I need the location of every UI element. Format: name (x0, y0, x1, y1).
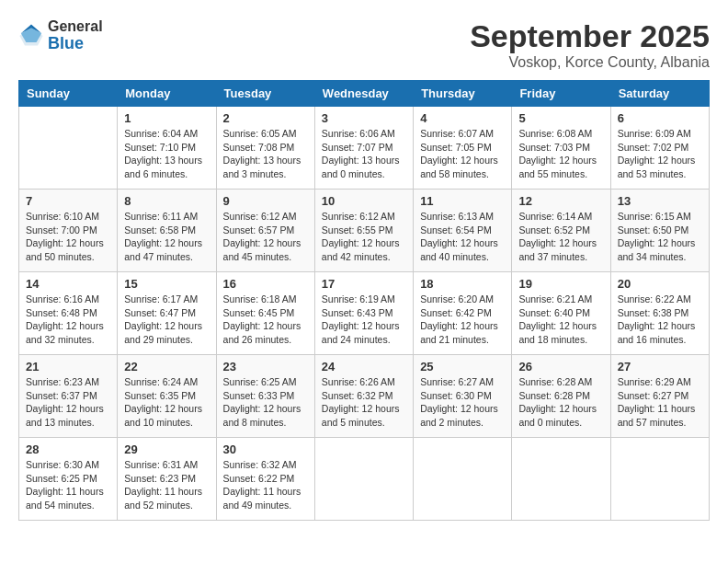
day-number: 30 (223, 442, 308, 456)
day-number: 28 (26, 442, 110, 456)
calendar-cell (512, 438, 610, 521)
logo-blue-text: Blue (48, 35, 103, 53)
day-number: 7 (26, 194, 110, 208)
logo: General Blue (18, 18, 103, 52)
calendar-cell: 7 Sunrise: 6:10 AMSunset: 7:00 PMDayligh… (19, 190, 118, 272)
day-number: 1 (124, 111, 209, 125)
day-info: Sunrise: 6:22 AMSunset: 6:38 PMDaylight:… (618, 293, 702, 347)
calendar-cell: 20 Sunrise: 6:22 AMSunset: 6:38 PMDaylig… (610, 272, 709, 355)
calendar-cell: 10 Sunrise: 6:12 AMSunset: 6:55 PMDaylig… (314, 190, 413, 272)
day-number: 17 (322, 277, 406, 291)
logo-general-text: General (48, 18, 103, 35)
calendar-week-1: 1 Sunrise: 6:04 AMSunset: 7:10 PMDayligh… (19, 107, 710, 190)
day-number: 4 (420, 111, 505, 125)
calendar-cell: 2 Sunrise: 6:05 AMSunset: 7:08 PMDayligh… (216, 107, 314, 190)
calendar-cell: 15 Sunrise: 6:17 AMSunset: 6:47 PMDaylig… (118, 272, 216, 355)
location-title: Voskop, Korce County, Albania (470, 54, 710, 71)
col-friday: Friday (512, 81, 610, 107)
day-info: Sunrise: 6:32 AMSunset: 6:22 PMDaylight:… (223, 458, 308, 512)
col-sunday: Sunday (19, 81, 118, 107)
calendar-cell (414, 438, 512, 521)
calendar-cell (610, 438, 709, 521)
day-info: Sunrise: 6:23 AMSunset: 6:37 PMDaylight:… (26, 375, 110, 430)
day-info: Sunrise: 6:20 AMSunset: 6:42 PMDaylight:… (420, 293, 505, 347)
calendar-cell: 26 Sunrise: 6:28 AMSunset: 6:28 PMDaylig… (512, 355, 610, 438)
calendar-cell: 23 Sunrise: 6:25 AMSunset: 6:33 PMDaylig… (216, 355, 314, 438)
day-info: Sunrise: 6:24 AMSunset: 6:35 PMDaylight:… (124, 375, 209, 430)
col-wednesday: Wednesday (314, 81, 413, 107)
day-info: Sunrise: 6:13 AMSunset: 6:54 PMDaylight:… (420, 210, 505, 264)
calendar-cell: 16 Sunrise: 6:18 AMSunset: 6:45 PMDaylig… (216, 272, 314, 355)
day-info: Sunrise: 6:31 AMSunset: 6:23 PMDaylight:… (124, 458, 209, 512)
title-block: September 2025 Voskop, Korce County, Alb… (470, 18, 710, 71)
day-number: 8 (124, 194, 209, 208)
col-tuesday: Tuesday (216, 81, 314, 107)
day-number: 20 (618, 277, 702, 291)
day-number: 5 (518, 111, 603, 125)
day-number: 14 (26, 277, 110, 291)
logo-icon (18, 23, 44, 49)
day-info: Sunrise: 6:12 AMSunset: 6:55 PMDaylight:… (322, 210, 406, 264)
day-number: 11 (420, 194, 505, 208)
day-info: Sunrise: 6:16 AMSunset: 6:48 PMDaylight:… (26, 293, 110, 347)
day-info: Sunrise: 6:14 AMSunset: 6:52 PMDaylight:… (518, 210, 603, 264)
day-info: Sunrise: 6:18 AMSunset: 6:45 PMDaylight:… (223, 293, 308, 347)
calendar-cell: 17 Sunrise: 6:19 AMSunset: 6:43 PMDaylig… (314, 272, 413, 355)
calendar-week-2: 7 Sunrise: 6:10 AMSunset: 7:00 PMDayligh… (19, 190, 710, 272)
day-info: Sunrise: 6:21 AMSunset: 6:40 PMDaylight:… (518, 293, 603, 347)
day-number: 12 (518, 194, 603, 208)
calendar-cell: 27 Sunrise: 6:29 AMSunset: 6:27 PMDaylig… (610, 355, 709, 438)
day-info: Sunrise: 6:29 AMSunset: 6:27 PMDaylight:… (618, 375, 702, 430)
calendar-cell: 12 Sunrise: 6:14 AMSunset: 6:52 PMDaylig… (512, 190, 610, 272)
calendar-cell: 22 Sunrise: 6:24 AMSunset: 6:35 PMDaylig… (118, 355, 216, 438)
calendar-cell: 3 Sunrise: 6:06 AMSunset: 7:07 PMDayligh… (314, 107, 413, 190)
day-number: 18 (420, 277, 505, 291)
calendar-week-3: 14 Sunrise: 6:16 AMSunset: 6:48 PMDaylig… (19, 272, 710, 355)
calendar-cell: 19 Sunrise: 6:21 AMSunset: 6:40 PMDaylig… (512, 272, 610, 355)
day-number: 24 (322, 360, 406, 373)
day-number: 10 (322, 194, 406, 208)
month-title: September 2025 (470, 18, 710, 54)
day-number: 19 (518, 277, 603, 291)
day-info: Sunrise: 6:04 AMSunset: 7:10 PMDaylight:… (124, 127, 209, 181)
day-number: 9 (223, 194, 308, 208)
day-info: Sunrise: 6:30 AMSunset: 6:25 PMDaylight:… (26, 458, 110, 512)
day-number: 21 (26, 360, 110, 373)
calendar-cell: 24 Sunrise: 6:26 AMSunset: 6:32 PMDaylig… (314, 355, 413, 438)
day-number: 2 (223, 111, 308, 125)
calendar-cell: 14 Sunrise: 6:16 AMSunset: 6:48 PMDaylig… (19, 272, 118, 355)
calendar-cell: 11 Sunrise: 6:13 AMSunset: 6:54 PMDaylig… (414, 190, 512, 272)
calendar-cell: 9 Sunrise: 6:12 AMSunset: 6:57 PMDayligh… (216, 190, 314, 272)
calendar-cell (314, 438, 413, 521)
calendar-week-5: 28 Sunrise: 6:30 AMSunset: 6:25 PMDaylig… (19, 438, 710, 521)
day-info: Sunrise: 6:17 AMSunset: 6:47 PMDaylight:… (124, 293, 209, 347)
calendar-cell: 1 Sunrise: 6:04 AMSunset: 7:10 PMDayligh… (118, 107, 216, 190)
calendar-cell: 6 Sunrise: 6:09 AMSunset: 7:02 PMDayligh… (610, 107, 709, 190)
day-info: Sunrise: 6:11 AMSunset: 6:58 PMDaylight:… (124, 210, 209, 264)
day-number: 26 (518, 360, 603, 373)
day-info: Sunrise: 6:27 AMSunset: 6:30 PMDaylight:… (420, 375, 505, 430)
day-number: 16 (223, 277, 308, 291)
calendar-cell: 4 Sunrise: 6:07 AMSunset: 7:05 PMDayligh… (414, 107, 512, 190)
calendar-table: Sunday Monday Tuesday Wednesday Thursday… (18, 80, 710, 521)
calendar-cell (19, 107, 118, 190)
col-saturday: Saturday (610, 81, 709, 107)
calendar-cell: 5 Sunrise: 6:08 AMSunset: 7:03 PMDayligh… (512, 107, 610, 190)
day-number: 15 (124, 277, 209, 291)
col-monday: Monday (118, 81, 216, 107)
calendar-cell: 28 Sunrise: 6:30 AMSunset: 6:25 PMDaylig… (19, 438, 118, 521)
day-info: Sunrise: 6:26 AMSunset: 6:32 PMDaylight:… (322, 375, 406, 430)
col-thursday: Thursday (414, 81, 512, 107)
calendar-cell: 18 Sunrise: 6:20 AMSunset: 6:42 PMDaylig… (414, 272, 512, 355)
calendar-cell: 25 Sunrise: 6:27 AMSunset: 6:30 PMDaylig… (414, 355, 512, 438)
day-number: 22 (124, 360, 209, 373)
day-number: 6 (618, 111, 702, 125)
day-number: 29 (124, 442, 209, 456)
day-number: 23 (223, 360, 308, 373)
calendar-cell: 30 Sunrise: 6:32 AMSunset: 6:22 PMDaylig… (216, 438, 314, 521)
day-info: Sunrise: 6:10 AMSunset: 7:00 PMDaylight:… (26, 210, 110, 264)
day-info: Sunrise: 6:19 AMSunset: 6:43 PMDaylight:… (322, 293, 406, 347)
day-info: Sunrise: 6:05 AMSunset: 7:08 PMDaylight:… (223, 127, 308, 181)
page-header: General Blue September 2025 Voskop, Korc… (18, 18, 710, 71)
day-info: Sunrise: 6:25 AMSunset: 6:33 PMDaylight:… (223, 375, 308, 430)
